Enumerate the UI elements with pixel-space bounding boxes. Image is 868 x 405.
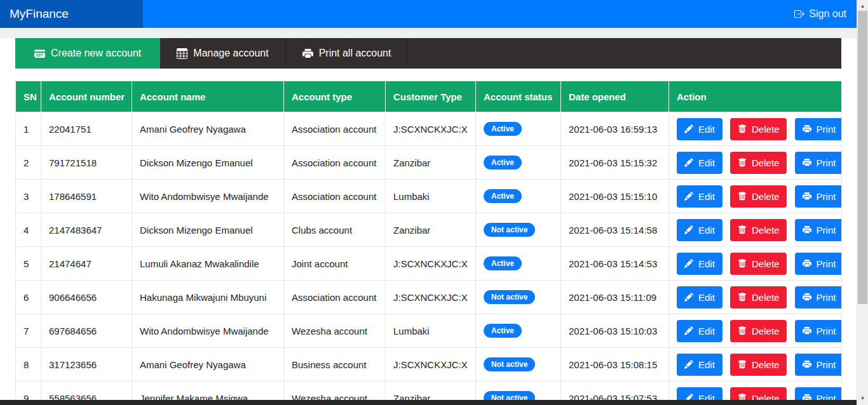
delete-button-label: Delete	[752, 225, 779, 236]
trash-icon	[738, 293, 747, 302]
print-button[interactable]: Print	[795, 286, 842, 309]
printer-icon	[302, 48, 313, 59]
print-button[interactable]: Print	[795, 253, 842, 275]
cell-customer-type: Lumbaki	[386, 180, 476, 213]
scroll-down-arrow-icon[interactable]: ▼	[857, 393, 868, 403]
edit-button[interactable]: Edit	[677, 152, 722, 174]
cell-date-opened: 2021-06-03 16:59:13	[561, 112, 669, 146]
brand-link[interactable]: MyFinance	[0, 0, 143, 28]
delete-button[interactable]: Delete	[730, 219, 787, 241]
edit-button[interactable]: Edit	[677, 219, 722, 241]
print-button-label: Print	[817, 326, 836, 336]
cell-account-number: 317123656	[41, 348, 132, 382]
cell-sn: 4	[16, 213, 41, 247]
pencil-icon	[684, 192, 693, 201]
cell-account-type: Association account	[284, 281, 386, 314]
delete-button[interactable]: Delete	[730, 152, 787, 174]
edit-button[interactable]: Edit	[677, 118, 722, 140]
cell-date-opened: 2021-06-03 15:15:32	[561, 146, 669, 180]
delete-button[interactable]: Delete	[730, 253, 787, 275]
cell-account-type: Association account	[284, 112, 386, 146]
print-button-label: Print	[817, 191, 836, 202]
vertical-scrollbar[interactable]: ▲ ▼	[857, 0, 868, 405]
cell-account-name: Amani Geofrey Nyagawa	[132, 348, 284, 382]
pencil-icon	[684, 225, 693, 234]
scroll-up-arrow-icon[interactable]: ▲	[857, 1, 868, 11]
delete-button[interactable]: Delete	[730, 118, 787, 140]
cell-account-name: Dickson Mizengo Emanuel	[132, 213, 284, 247]
cell-account-status: Active	[476, 180, 561, 213]
manage-account-tab[interactable]: Manage account	[160, 38, 285, 69]
cell-action: Edit Delete Print	[669, 247, 842, 281]
print-button-label: Print	[817, 292, 836, 303]
signout-button[interactable]: Sign out	[794, 8, 846, 20]
header-customer-type: Customer Type	[386, 81, 476, 112]
pencil-icon	[684, 259, 693, 268]
print-button[interactable]: Print	[795, 320, 842, 342]
cell-account-type: Business account	[284, 348, 386, 382]
edit-button[interactable]: Edit	[677, 185, 722, 208]
status-badge: Active	[484, 122, 522, 136]
cell-customer-type: J:SCXNCKXJC:X	[386, 281, 476, 314]
edit-button-label: Edit	[698, 124, 715, 135]
print-button[interactable]: Print	[795, 118, 842, 140]
status-badge: Not active	[484, 357, 535, 371]
printer-icon	[803, 192, 811, 201]
edit-button[interactable]: Edit	[677, 286, 722, 309]
pencil-icon	[684, 158, 693, 167]
delete-button[interactable]: Delete	[730, 320, 787, 342]
cell-sn: 3	[16, 180, 41, 213]
print-all-account-tab[interactable]: Print all account	[286, 38, 409, 69]
edit-button[interactable]: Edit	[677, 253, 722, 275]
edit-button[interactable]: Edit	[677, 354, 722, 376]
print-button[interactable]: Print	[795, 185, 842, 208]
cell-account-type: Association account	[284, 180, 386, 213]
page-gap	[0, 28, 857, 38]
manage-account-label: Manage account	[193, 48, 268, 59]
printer-icon	[803, 225, 811, 234]
print-button[interactable]: Print	[795, 354, 842, 376]
cell-account-type: Association account	[284, 146, 386, 180]
cell-customer-type: J:SCXNCKXJC:X	[386, 348, 476, 382]
printer-icon	[803, 158, 811, 167]
cell-account-name: Wito Andombwisye Mwaijande	[132, 180, 284, 213]
cell-account-name: Amani Geofrey Nyagawa	[132, 112, 284, 146]
pencil-icon	[684, 124, 693, 133]
scrollbar-thumb[interactable]	[858, 11, 867, 304]
print-button[interactable]: Print	[795, 219, 842, 241]
pencil-icon	[684, 360, 693, 369]
cell-account-status: Not active	[476, 281, 561, 314]
print-button[interactable]: Print	[795, 152, 842, 174]
top-navbar: MyFinance Sign out	[0, 0, 857, 28]
trash-icon	[738, 259, 747, 268]
cell-customer-type: J:SCXNCKXJC:X	[386, 247, 476, 281]
create-account-tab[interactable]: Create new account	[15, 38, 160, 69]
signout-icon	[794, 9, 804, 19]
printer-icon	[803, 360, 811, 369]
window-bottom-edge	[0, 400, 857, 405]
trash-icon	[738, 192, 747, 201]
pencil-icon	[684, 293, 693, 302]
table-row: 5 21474647 Lumuli Akanaz Mwakalindile Jo…	[16, 247, 842, 281]
delete-button[interactable]: Delete	[730, 286, 787, 309]
delete-button-label: Delete	[752, 359, 779, 370]
navbar-right: Sign out	[143, 0, 857, 28]
edit-button-label: Edit	[698, 258, 715, 269]
cell-sn: 8	[16, 348, 41, 382]
status-badge: Active	[484, 156, 522, 169]
printer-icon	[803, 124, 811, 133]
cell-action: Edit Delete Print	[669, 180, 842, 213]
table-header-row: SN Account number Account name Account t…	[16, 81, 842, 112]
delete-button[interactable]: Delete	[730, 185, 787, 208]
edit-button[interactable]: Edit	[677, 320, 722, 342]
cell-account-status: Active	[476, 146, 561, 180]
cell-sn: 1	[16, 112, 41, 146]
delete-button[interactable]: Delete	[730, 354, 787, 376]
trash-icon	[738, 225, 747, 234]
header-account-name: Account name	[132, 81, 284, 112]
edit-button-label: Edit	[698, 359, 715, 370]
pencil-icon	[684, 326, 693, 335]
print-button-label: Print	[817, 258, 836, 269]
cell-account-status: Not active	[476, 213, 561, 247]
table-row: 8 317123656 Amani Geofrey Nyagawa Busine…	[16, 348, 842, 382]
